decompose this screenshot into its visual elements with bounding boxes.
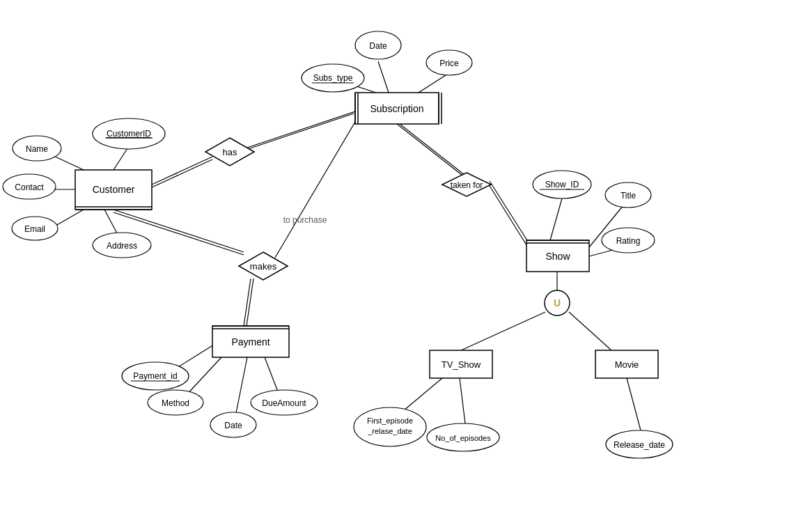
svg-line-5 [152, 157, 212, 185]
svg-line-14 [487, 182, 528, 247]
union-label: U [554, 297, 561, 309]
rating-attr: Rating [616, 236, 641, 246]
contact-attr: Contact [15, 182, 44, 192]
subscription-entity-label: Subscription [370, 103, 423, 114]
svg-line-30 [569, 312, 611, 350]
svg-line-24 [235, 357, 247, 416]
tvshow-entity-label: TV_Show [442, 359, 481, 370]
dueamount-attr: DueAmount [262, 398, 306, 408]
show-entity-label: Show [545, 251, 570, 262]
payment-entity-label: Payment [231, 336, 270, 348]
svg-line-15 [490, 181, 531, 246]
svg-line-13 [400, 124, 468, 178]
method-attr: Method [162, 398, 189, 408]
name-attr: Name [26, 144, 48, 154]
svg-line-0 [114, 146, 129, 170]
address-attr: Address [107, 241, 137, 251]
first-episode-attr: First_episode [367, 416, 413, 425]
no-of-episodes-attr: No_of_episodes [435, 434, 491, 442]
svg-line-22 [185, 357, 221, 397]
paymentid-attr: Payment_id [133, 371, 177, 381]
title-attr: Title [620, 191, 637, 201]
svg-line-1 [51, 155, 84, 170]
svg-line-6 [152, 159, 212, 187]
customerid-attr: CustomerID [107, 129, 151, 139]
svg-line-9 [378, 61, 389, 93]
email-attr: Email [24, 224, 45, 234]
date-pay-attr: Date [224, 421, 242, 430]
to-purchase-label: to purchase [283, 215, 327, 225]
svg-line-29 [461, 312, 545, 350]
price-attr: Price [439, 58, 459, 68]
svg-line-7 [247, 111, 355, 148]
first-episode-attr2: _relase_date [367, 427, 412, 435]
svg-line-20 [275, 122, 355, 258]
svg-line-8 [246, 114, 354, 150]
substype-attr: Subs_type [313, 73, 353, 83]
customer-entity-label: Customer [93, 184, 135, 195]
svg-line-33 [627, 378, 641, 430]
svg-line-25 [550, 198, 562, 240]
er-diagram-svg: Customer Subscription Payment Show TV_Sh… [0, 0, 812, 507]
showid-attr: Show_ID [545, 180, 579, 189]
er-diagram: Customer Subscription Payment Show TV_Sh… [0, 0, 812, 507]
date-sub-attr: Date [369, 41, 387, 51]
svg-line-12 [397, 124, 465, 178]
release-date-attr: Release_date [614, 440, 665, 450]
taken-for-label: taken for [451, 180, 483, 190]
has-label: has [223, 147, 237, 157]
movie-entity-label: Movie [615, 359, 639, 370]
svg-line-32 [460, 378, 465, 423]
makes-label: makes [250, 261, 277, 272]
